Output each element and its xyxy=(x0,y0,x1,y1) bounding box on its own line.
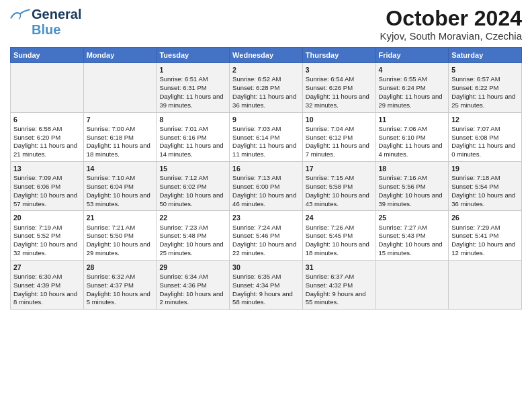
day-number: 2 xyxy=(232,65,300,75)
calendar-cell: 15Sunrise: 7:12 AMSunset: 6:02 PMDayligh… xyxy=(157,162,230,211)
day-info: Sunset: 6:10 PM xyxy=(379,134,446,142)
day-info: Sunrise: 7:29 AM xyxy=(451,224,519,232)
day-number: 8 xyxy=(159,115,226,124)
calendar-cell: 3Sunrise: 6:54 AMSunset: 6:26 PMDaylight… xyxy=(302,63,375,112)
day-info: Daylight: 11 hours and 32 minutes. xyxy=(306,93,373,110)
day-info: Sunrise: 6:37 AM xyxy=(306,273,373,281)
col-thursday: Thursday xyxy=(302,48,375,63)
day-info: Sunrise: 6:54 AM xyxy=(306,75,373,84)
day-info: Daylight: 11 hours and 36 minutes. xyxy=(232,93,300,110)
day-info: Sunset: 6:04 PM xyxy=(87,183,154,191)
day-info: Sunrise: 7:27 AM xyxy=(379,224,446,232)
day-info: Daylight: 10 hours and 46 minutes. xyxy=(232,191,300,209)
day-info: Sunset: 6:12 PM xyxy=(306,134,373,142)
day-number: 17 xyxy=(306,164,373,173)
day-info: Daylight: 10 hours and 36 minutes. xyxy=(451,191,519,209)
day-info: Daylight: 10 hours and 18 minutes. xyxy=(306,240,373,258)
day-number: 10 xyxy=(306,115,373,124)
day-number: 29 xyxy=(159,263,226,272)
day-info: Sunset: 4:36 PM xyxy=(159,281,226,290)
day-info: Sunset: 6:22 PM xyxy=(451,84,519,93)
calendar-cell: 16Sunrise: 7:13 AMSunset: 6:00 PMDayligh… xyxy=(230,162,303,211)
day-info: Sunset: 4:34 PM xyxy=(232,281,300,290)
calendar-cell: 1Sunrise: 6:51 AMSunset: 6:31 PMDaylight… xyxy=(157,63,230,112)
day-info: Sunset: 6:16 PM xyxy=(159,134,226,142)
day-info: Sunset: 5:46 PM xyxy=(232,232,300,240)
day-info: Sunset: 6:02 PM xyxy=(159,183,226,191)
day-info: Sunrise: 6:51 AM xyxy=(159,75,226,84)
day-info: Daylight: 11 hours and 29 minutes. xyxy=(379,93,446,110)
calendar-cell: 29Sunrise: 6:34 AMSunset: 4:36 PMDayligh… xyxy=(157,260,230,309)
day-info: Sunrise: 6:58 AM xyxy=(13,125,81,134)
day-info: Daylight: 11 hours and 7 minutes. xyxy=(306,142,373,159)
day-info: Daylight: 11 hours and 25 minutes. xyxy=(451,93,519,110)
calendar-cell: 13Sunrise: 7:09 AMSunset: 6:06 PMDayligh… xyxy=(11,162,84,211)
day-info: Sunset: 5:54 PM xyxy=(451,183,519,191)
calendar-cell: 31Sunrise: 6:37 AMSunset: 4:32 PMDayligh… xyxy=(302,260,375,309)
day-info: Sunrise: 7:18 AM xyxy=(451,174,519,183)
day-info: Sunrise: 7:24 AM xyxy=(232,224,300,232)
day-info: Sunrise: 7:01 AM xyxy=(159,125,226,134)
day-number: 24 xyxy=(306,213,373,222)
day-info: Daylight: 11 hours and 18 minutes. xyxy=(87,142,154,159)
day-info: Daylight: 10 hours and 39 minutes. xyxy=(379,191,446,209)
day-info: Sunset: 6:31 PM xyxy=(159,84,226,93)
day-number: 30 xyxy=(232,263,300,272)
calendar-cell: 4Sunrise: 6:55 AMSunset: 6:24 PMDaylight… xyxy=(375,63,449,112)
day-info: Sunset: 5:52 PM xyxy=(13,232,81,240)
day-info: Daylight: 9 hours and 55 minutes. xyxy=(306,290,373,308)
col-saturday: Saturday xyxy=(449,48,522,63)
day-number: 11 xyxy=(379,115,446,124)
logo-text-blue: Blue xyxy=(32,22,60,38)
calendar-cell: 20Sunrise: 7:19 AMSunset: 5:52 PMDayligh… xyxy=(11,211,84,260)
calendar-cell: 26Sunrise: 7:29 AMSunset: 5:41 PMDayligh… xyxy=(449,211,522,260)
day-info: Daylight: 10 hours and 25 minutes. xyxy=(159,240,226,258)
calendar-table: Sunday Monday Tuesday Wednesday Thursday… xyxy=(10,47,522,310)
day-info: Daylight: 10 hours and 8 minutes. xyxy=(13,290,81,308)
calendar-week-5: 27Sunrise: 6:30 AMSunset: 4:39 PMDayligh… xyxy=(11,260,522,309)
calendar-cell: 21Sunrise: 7:21 AMSunset: 5:50 PMDayligh… xyxy=(83,211,157,260)
calendar-cell: 5Sunrise: 6:57 AMSunset: 6:22 PMDaylight… xyxy=(449,63,522,112)
day-number: 16 xyxy=(232,164,300,173)
day-number: 22 xyxy=(159,213,226,222)
calendar-cell: 6Sunrise: 6:58 AMSunset: 6:20 PMDaylight… xyxy=(11,112,84,161)
day-info: Sunrise: 7:06 AM xyxy=(379,125,446,134)
logo: General Blue xyxy=(10,7,81,38)
page: General Blue October 2024 Kyjov, South M… xyxy=(0,0,532,316)
day-info: Sunrise: 7:16 AM xyxy=(379,174,446,183)
calendar-cell: 25Sunrise: 7:27 AMSunset: 5:43 PMDayligh… xyxy=(375,211,449,260)
day-info: Sunrise: 7:00 AM xyxy=(87,125,154,134)
day-info: Daylight: 10 hours and 53 minutes. xyxy=(87,191,154,209)
logo-text-general: General xyxy=(32,7,81,22)
calendar-cell: 19Sunrise: 7:18 AMSunset: 5:54 PMDayligh… xyxy=(449,162,522,211)
calendar-cell: 28Sunrise: 6:32 AMSunset: 4:37 PMDayligh… xyxy=(83,260,157,309)
day-info: Sunset: 6:28 PM xyxy=(232,84,300,93)
title-block: October 2024 Kyjov, South Moravian, Czec… xyxy=(380,7,523,42)
calendar-cell: 10Sunrise: 7:04 AMSunset: 6:12 PMDayligh… xyxy=(302,112,375,161)
day-info: Sunrise: 7:07 AM xyxy=(451,125,519,134)
calendar-cell: 12Sunrise: 7:07 AMSunset: 6:08 PMDayligh… xyxy=(449,112,522,161)
day-info: Sunset: 5:58 PM xyxy=(306,183,373,191)
day-number: 25 xyxy=(379,213,446,222)
day-number: 13 xyxy=(13,164,81,173)
day-info: Sunrise: 6:30 AM xyxy=(13,273,81,281)
day-info: Sunrise: 7:09 AM xyxy=(13,174,81,183)
calendar-week-2: 6Sunrise: 6:58 AMSunset: 6:20 PMDaylight… xyxy=(11,112,522,161)
day-info: Sunset: 6:18 PM xyxy=(87,134,154,142)
page-subtitle: Kyjov, South Moravian, Czechia xyxy=(380,30,523,42)
day-info: Daylight: 10 hours and 50 minutes. xyxy=(159,191,226,209)
day-info: Daylight: 10 hours and 12 minutes. xyxy=(451,240,519,258)
day-info: Sunrise: 7:12 AM xyxy=(159,174,226,183)
header: General Blue October 2024 Kyjov, South M… xyxy=(10,7,522,42)
day-info: Sunrise: 7:03 AM xyxy=(232,125,300,134)
day-info: Sunset: 6:00 PM xyxy=(232,183,300,191)
day-info: Daylight: 11 hours and 21 minutes. xyxy=(13,142,81,159)
day-info: Sunrise: 7:23 AM xyxy=(159,224,226,232)
day-info: Daylight: 10 hours and 15 minutes. xyxy=(379,240,446,258)
day-info: Sunset: 5:50 PM xyxy=(87,232,154,240)
day-info: Sunset: 4:32 PM xyxy=(306,281,373,290)
day-number: 28 xyxy=(87,263,154,272)
col-wednesday: Wednesday xyxy=(230,48,303,63)
day-info: Daylight: 10 hours and 2 minutes. xyxy=(159,290,226,308)
calendar-cell: 8Sunrise: 7:01 AMSunset: 6:16 PMDaylight… xyxy=(157,112,230,161)
